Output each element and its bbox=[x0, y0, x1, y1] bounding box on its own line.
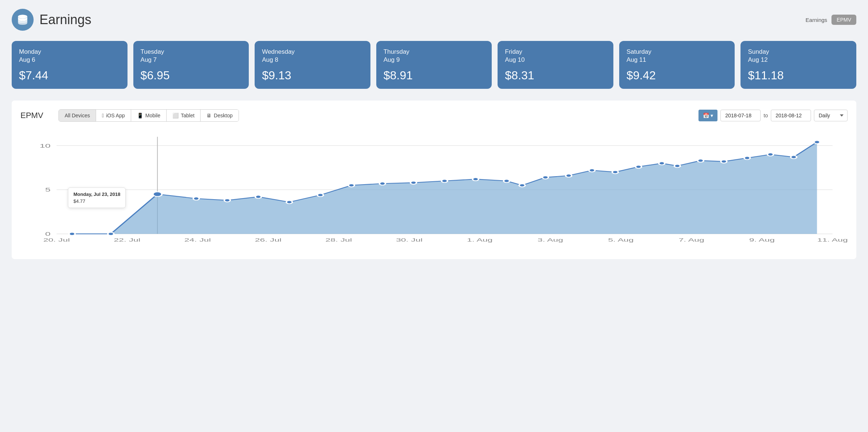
day-card-6[interactable]: Sunday Aug 12 $11.18 bbox=[741, 41, 856, 89]
svg-text:3. Aug: 3. Aug bbox=[537, 237, 563, 242]
page-header: Earnings Earnings EPMV bbox=[12, 9, 856, 31]
day-card-amount-4: $8.31 bbox=[505, 69, 606, 82]
day-card-date-3: Aug 9 bbox=[384, 56, 485, 64]
day-card-day-6: Sunday bbox=[748, 48, 849, 56]
svg-text:0: 0 bbox=[45, 231, 50, 237]
calendar-button[interactable]: 📅 ▾ bbox=[698, 110, 717, 121]
header-right: Earnings EPMV bbox=[806, 15, 856, 25]
day-card-day-5: Saturday bbox=[627, 48, 728, 56]
day-card-4[interactable]: Friday Aug 10 $8.31 bbox=[498, 41, 613, 89]
svg-text:30. Jul: 30. Jul bbox=[396, 237, 423, 242]
svg-point-27 bbox=[317, 193, 323, 197]
calendar-icon: 📅 bbox=[703, 113, 709, 118]
svg-text:10: 10 bbox=[40, 143, 51, 149]
earnings-icon bbox=[12, 9, 34, 31]
svg-point-44 bbox=[744, 156, 750, 160]
filter-tab-mobile[interactable]: 📱 Mobile bbox=[131, 110, 167, 121]
svg-text:28. Jul: 28. Jul bbox=[326, 237, 352, 242]
chart-svg: 051020. Jul22. Jul24. Jul26. Jul28. Jul3… bbox=[20, 129, 848, 253]
svg-point-32 bbox=[473, 178, 479, 181]
svg-point-31 bbox=[442, 179, 448, 183]
filter-tab-ios-app[interactable]:  iOS App bbox=[96, 110, 131, 121]
svg-point-47 bbox=[814, 140, 820, 144]
desktop-icon: 🖥 bbox=[206, 113, 212, 118]
chart-header: EPMV All Devices iOS App📱 Mobile⬜ Table… bbox=[20, 109, 848, 122]
day-card-2[interactable]: Wednesday Aug 8 $9.13 bbox=[255, 41, 370, 89]
svg-point-45 bbox=[768, 153, 773, 156]
svg-text:22. Jul: 22. Jul bbox=[114, 237, 141, 242]
filter-tab-desktop[interactable]: 🖥 Desktop bbox=[201, 110, 238, 121]
day-card-day-1: Tuesday bbox=[141, 48, 242, 56]
date-from-input[interactable] bbox=[720, 110, 761, 121]
filter-tab-all-devices[interactable]: All Devices bbox=[59, 110, 96, 121]
svg-text:9. Aug: 9. Aug bbox=[749, 237, 775, 242]
day-card-date-6: Aug 12 bbox=[748, 56, 849, 64]
date-controls: 📅 ▾ to DailyWeeklyMonthly bbox=[698, 110, 848, 121]
day-card-3[interactable]: Thursday Aug 9 $8.91 bbox=[376, 41, 492, 89]
svg-point-21 bbox=[108, 232, 114, 236]
svg-point-41 bbox=[674, 164, 680, 168]
svg-point-39 bbox=[636, 165, 642, 168]
svg-point-34 bbox=[519, 184, 525, 187]
filter-tabs: All Devices iOS App📱 Mobile⬜ Tablet🖥 De… bbox=[58, 109, 239, 122]
svg-text:11. Aug: 11. Aug bbox=[817, 237, 848, 242]
svg-point-38 bbox=[612, 171, 618, 174]
header-left: Earnings bbox=[12, 9, 91, 31]
day-card-amount-3: $8.91 bbox=[384, 69, 485, 82]
apple-icon:  bbox=[102, 113, 104, 118]
svg-text:20. Jul: 20. Jul bbox=[43, 237, 70, 242]
svg-point-26 bbox=[286, 201, 292, 204]
day-card-amount-1: $6.95 bbox=[141, 69, 242, 82]
mobile-icon: 📱 bbox=[137, 113, 143, 118]
svg-text:26. Jul: 26. Jul bbox=[255, 237, 282, 242]
day-cards-container: Monday Aug 6 $7.44 Tuesday Aug 7 $6.95 W… bbox=[12, 41, 856, 89]
day-card-amount-5: $9.42 bbox=[627, 69, 728, 82]
day-card-date-4: Aug 10 bbox=[505, 56, 606, 64]
page-title: Earnings bbox=[39, 12, 91, 27]
filter-tab-tablet[interactable]: ⬜ Tablet bbox=[167, 110, 201, 121]
day-card-date-5: Aug 11 bbox=[627, 56, 728, 64]
svg-point-0 bbox=[18, 15, 27, 19]
svg-point-24 bbox=[224, 199, 230, 202]
header-badge-epmv[interactable]: EPMV bbox=[831, 15, 856, 25]
day-card-day-4: Friday bbox=[505, 48, 606, 56]
svg-point-29 bbox=[380, 182, 385, 185]
svg-text:5: 5 bbox=[45, 187, 50, 193]
day-card-date-2: Aug 8 bbox=[262, 56, 363, 64]
day-card-day-2: Wednesday bbox=[262, 48, 363, 56]
frequency-select[interactable]: DailyWeeklyMonthly bbox=[814, 110, 848, 121]
svg-point-33 bbox=[504, 179, 510, 183]
day-card-day-3: Thursday bbox=[384, 48, 485, 56]
svg-text:24. Jul: 24. Jul bbox=[184, 237, 211, 242]
day-card-amount-6: $11.18 bbox=[748, 69, 849, 82]
svg-point-37 bbox=[589, 169, 595, 172]
day-card-0[interactable]: Monday Aug 6 $7.44 bbox=[12, 41, 127, 89]
svg-point-25 bbox=[255, 195, 261, 198]
svg-point-35 bbox=[542, 176, 548, 179]
date-to-input[interactable] bbox=[771, 110, 811, 121]
svg-point-46 bbox=[791, 156, 796, 159]
svg-point-23 bbox=[193, 197, 199, 200]
day-card-date-1: Aug 7 bbox=[141, 56, 242, 64]
svg-text:1. Aug: 1. Aug bbox=[467, 237, 492, 242]
svg-point-30 bbox=[411, 181, 416, 185]
svg-point-28 bbox=[349, 184, 354, 187]
header-nav-earnings[interactable]: Earnings bbox=[806, 17, 827, 23]
svg-point-42 bbox=[698, 159, 704, 162]
svg-point-20 bbox=[69, 232, 75, 236]
day-card-1[interactable]: Tuesday Aug 7 $6.95 bbox=[133, 41, 249, 89]
day-card-5[interactable]: Saturday Aug 11 $9.42 bbox=[619, 41, 735, 89]
svg-point-36 bbox=[566, 174, 571, 177]
chart-container: 051020. Jul22. Jul24. Jul26. Jul28. Jul3… bbox=[20, 129, 848, 253]
date-separator: to bbox=[764, 113, 768, 118]
svg-text:7. Aug: 7. Aug bbox=[679, 237, 704, 242]
day-card-date-0: Aug 6 bbox=[19, 56, 120, 64]
svg-point-43 bbox=[721, 160, 727, 163]
svg-text:5. Aug: 5. Aug bbox=[608, 237, 634, 242]
tablet-icon: ⬜ bbox=[172, 113, 179, 118]
day-card-amount-2: $9.13 bbox=[262, 69, 363, 82]
svg-point-48 bbox=[153, 192, 162, 197]
day-card-day-0: Monday bbox=[19, 48, 120, 56]
day-card-amount-0: $7.44 bbox=[19, 69, 120, 82]
chart-section: EPMV All Devices iOS App📱 Mobile⬜ Table… bbox=[12, 101, 856, 259]
